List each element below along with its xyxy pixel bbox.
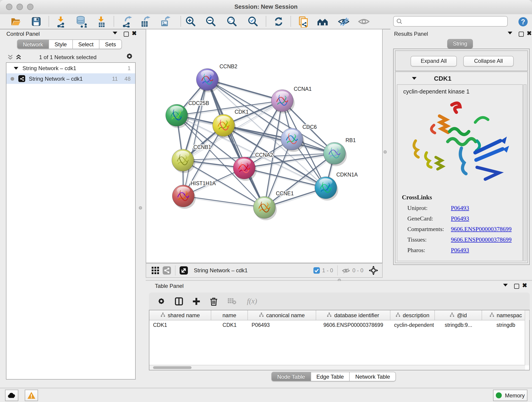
help-button[interactable]: ? bbox=[516, 16, 529, 27]
crosslink-link[interactable]: P06493 bbox=[451, 247, 469, 254]
tab-edge-table[interactable]: Edge Table bbox=[311, 372, 350, 381]
results-panel-float-button[interactable] bbox=[518, 31, 524, 37]
tab-network-table[interactable]: Network Table bbox=[350, 372, 396, 381]
table-horizontal-scrollbar[interactable] bbox=[149, 365, 525, 370]
search-input[interactable] bbox=[405, 18, 505, 25]
column-header-shared-name[interactable]: shared name bbox=[149, 310, 211, 320]
import-network-from-file-button[interactable] bbox=[54, 16, 67, 27]
left-splitter-handle[interactable] bbox=[139, 206, 142, 210]
crosslink-label: Pharos: bbox=[407, 247, 451, 254]
results-vertical-scrollbar[interactable] bbox=[523, 84, 526, 261]
control-panel-close-button[interactable]: ✖ bbox=[131, 31, 138, 36]
results-panel: Results Panel ✖ String Expand All Collap… bbox=[390, 29, 532, 281]
scrollbar-thumb[interactable] bbox=[153, 366, 191, 369]
toolbar-separator bbox=[291, 16, 291, 27]
network-label: String Network – cdk1 bbox=[29, 75, 83, 82]
tab-node-table[interactable]: Node Table bbox=[271, 372, 311, 381]
results-panel-close-button[interactable]: ✖ bbox=[526, 31, 532, 36]
table-options-button[interactable] bbox=[155, 296, 167, 307]
save-session-button[interactable] bbox=[30, 16, 43, 27]
add-column-button[interactable] bbox=[190, 296, 202, 307]
table-panel-menu-button[interactable] bbox=[502, 282, 509, 288]
column-header-name[interactable]: name bbox=[211, 310, 248, 320]
traffic-lights bbox=[6, 4, 33, 10]
network-edge[interactable] bbox=[207, 80, 264, 207]
zoom-fit-icon bbox=[226, 16, 237, 27]
table-cell[interactable]: stringdb bbox=[482, 320, 530, 330]
export-table-button[interactable] bbox=[138, 16, 151, 27]
network-row-selected[interactable]: String Network – cdk1 11 48 bbox=[6, 73, 135, 84]
tab-style[interactable]: Style bbox=[49, 39, 73, 49]
table-cell[interactable]: CDK1 bbox=[149, 320, 211, 330]
zoom-window-button[interactable] bbox=[27, 4, 33, 10]
table-panel-close-button[interactable]: ✖ bbox=[521, 283, 528, 288]
import-network-from-database-button[interactable] bbox=[75, 16, 88, 27]
crosslink-link[interactable]: P06493 bbox=[451, 204, 469, 212]
detach-view-button[interactable] bbox=[180, 266, 188, 274]
network-collection-row[interactable]: String Network – cdk1 1 bbox=[6, 63, 135, 73]
show-columns-button[interactable] bbox=[173, 296, 185, 307]
control-panel-tabs: NetworkStyleSelectSets bbox=[17, 39, 122, 49]
crosslink-link[interactable]: P06493 bbox=[451, 215, 469, 222]
warnings-button[interactable] bbox=[25, 390, 38, 401]
table-cell[interactable]: cyclin-dependent ... bbox=[390, 320, 435, 330]
cloud-status-button[interactable] bbox=[5, 390, 18, 401]
hide-selection-button[interactable] bbox=[337, 16, 350, 27]
hidden-indicator-button[interactable] bbox=[342, 267, 350, 274]
table-cell[interactable]: stringdb:9... bbox=[435, 320, 482, 330]
tab-string[interactable]: String bbox=[447, 39, 473, 49]
control-panel-float-button[interactable] bbox=[123, 31, 129, 37]
protein-entry-header[interactable]: CDK1 bbox=[395, 72, 527, 84]
refresh-view-button[interactable] bbox=[272, 16, 285, 27]
pan-mode-button[interactable] bbox=[369, 266, 378, 275]
column-header-namespac[interactable]: namespac bbox=[482, 310, 530, 320]
show-all-button[interactable] bbox=[357, 16, 370, 27]
clone-network-button[interactable] bbox=[297, 16, 310, 27]
control-panel-menu-button[interactable] bbox=[112, 30, 118, 36]
close-window-button[interactable] bbox=[6, 4, 12, 10]
tab-sets[interactable]: Sets bbox=[99, 39, 122, 49]
import-table-from-file-button[interactable] bbox=[94, 16, 107, 27]
node-label-CCNA2: CCNA2 bbox=[255, 152, 273, 158]
table-cell[interactable]: 9606.ENSP00000378699 bbox=[316, 320, 390, 330]
network-canvas[interactable]: CCNB2CCNA1CDC25BCDK1CDC6RB1CCNB1CCNA2CDK… bbox=[146, 29, 383, 263]
minimize-window-button[interactable] bbox=[17, 4, 23, 10]
open-session-button[interactable] bbox=[9, 16, 22, 27]
external-link-icon bbox=[180, 266, 188, 274]
network-view-title: String Network – cdk1 bbox=[194, 267, 248, 274]
crosslink-link[interactable]: 9606.ENSP00000378699 bbox=[451, 236, 512, 243]
show-grid-button[interactable] bbox=[152, 267, 159, 274]
memory-button[interactable]: Memory bbox=[493, 390, 527, 401]
tab-network[interactable]: Network bbox=[17, 39, 49, 49]
delete-column-button[interactable] bbox=[208, 296, 220, 307]
zoom-in-button[interactable] bbox=[184, 16, 197, 27]
collapse-all-button[interactable]: Collapse All bbox=[463, 56, 514, 66]
table-cell[interactable]: P06493 bbox=[248, 320, 316, 330]
column-header-database-identifier[interactable]: database identifier bbox=[316, 310, 390, 320]
table-panel-float-button[interactable] bbox=[513, 283, 520, 289]
zoom-fit-button[interactable] bbox=[225, 16, 238, 27]
toolbar-separator bbox=[49, 16, 49, 27]
right-splitter-handle[interactable] bbox=[384, 150, 387, 153]
tab-select[interactable]: Select bbox=[73, 39, 99, 49]
table-cell[interactable]: CDK1 bbox=[211, 320, 248, 330]
column-header-description[interactable]: description bbox=[390, 310, 435, 320]
column-header-canonical-name[interactable]: canonical name bbox=[248, 310, 316, 320]
crosslink-link[interactable]: 9606.ENSP00000378699 bbox=[451, 225, 512, 233]
search-field[interactable] bbox=[393, 16, 508, 27]
export-image-button[interactable] bbox=[158, 16, 171, 27]
zoom-selected-button[interactable] bbox=[247, 16, 259, 27]
results-panel-menu-button[interactable] bbox=[507, 30, 513, 36]
string-query-button[interactable] bbox=[316, 16, 329, 27]
toolbar-separator bbox=[114, 16, 114, 27]
expand-all-button[interactable]: Expand All bbox=[411, 56, 457, 66]
export-network-button[interactable] bbox=[120, 16, 133, 27]
network-options-gear-icon[interactable] bbox=[126, 52, 133, 60]
table-vertical-scrollbar[interactable] bbox=[525, 310, 529, 365]
tree-expand-caret-icon[interactable] bbox=[14, 67, 18, 72]
zoom-out-button[interactable] bbox=[204, 16, 217, 27]
entry-collapse-caret-icon[interactable] bbox=[412, 77, 417, 82]
selected-indicator-checkbox[interactable] bbox=[313, 267, 320, 274]
column-header-@id[interactable]: @id bbox=[435, 310, 482, 320]
network-birdseye-button[interactable] bbox=[163, 266, 171, 274]
